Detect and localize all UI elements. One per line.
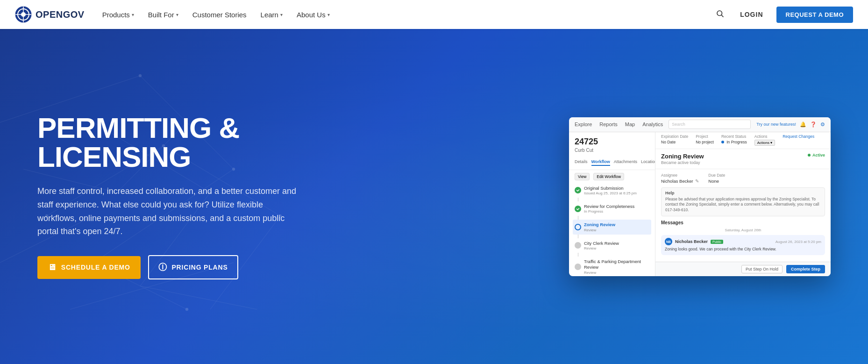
- pricing-plans-button[interactable]: ⓘ PRICING PLANS: [148, 255, 238, 279]
- app-left-panel: 24725 Curb Cut Details Workflow Attachme…: [569, 132, 655, 276]
- app-search-box[interactable]: Search: [669, 120, 751, 129]
- nav-built-for[interactable]: Built For ▾: [142, 7, 185, 22]
- permit-tabs: Details Workflow Attachments Location: [569, 157, 655, 170]
- edit-icon[interactable]: ✎: [695, 178, 699, 184]
- logo-link[interactable]: OPENGOV: [15, 6, 85, 23]
- check-icon: [576, 188, 580, 192]
- schedule-demo-button[interactable]: 🖥 SCHEDULE A DEMO: [37, 256, 141, 279]
- message-text: Zoning looks good. We can proceed with t…: [665, 247, 821, 252]
- message-bubble: NB Nicholas Becker Public August 26, 202…: [661, 235, 825, 255]
- info-col-actions: Actions Actions ▾: [754, 134, 775, 146]
- check-icon: [576, 207, 580, 211]
- tab-workflow[interactable]: Workflow: [591, 158, 610, 166]
- navbar: OPENGOV Products ▾ Built For ▾ Customer …: [0, 0, 868, 29]
- wf-status-active: [575, 224, 581, 230]
- message-header: NB Nicholas Becker Public August 26, 202…: [665, 238, 821, 245]
- app-tab-reports[interactable]: Reports: [599, 121, 618, 127]
- status-dot: [721, 141, 724, 143]
- permit-id: 24725: [569, 137, 655, 148]
- field-due-date: Due Date None: [708, 173, 725, 184]
- app-tab-analytics[interactable]: Analytics: [642, 121, 663, 127]
- wf-connector: [578, 235, 578, 238]
- help-icon: ❓: [810, 121, 817, 128]
- svg-point-21: [139, 74, 142, 77]
- svg-point-28: [185, 308, 188, 311]
- active-dot: [808, 154, 811, 157]
- wf-item-traffic-parking[interactable]: Traffic & Parking Department Review Revi…: [573, 257, 651, 276]
- logo-text: OPENGOV: [36, 9, 85, 20]
- hero-content: PERMITTING &LICENSING More staff control…: [37, 114, 299, 279]
- wf-item-review-completeness[interactable]: Review for Completeness In Progress: [573, 201, 651, 216]
- wf-status-green: [575, 206, 581, 212]
- hero-section: PERMITTING &LICENSING More staff control…: [0, 29, 868, 364]
- nav-learn[interactable]: Learn ▾: [254, 7, 289, 22]
- wf-item-original-submission[interactable]: Original Submission Issued Aug 25, 2023 …: [573, 183, 651, 198]
- complete-step-button[interactable]: Complete Step: [786, 265, 825, 273]
- bell-icon: 🔔: [800, 121, 806, 128]
- zoning-review-title-block: Zoning Review Became active today: [661, 153, 704, 165]
- wf-status-green: [575, 187, 581, 193]
- wf-label-text: City Clerk Review Review: [584, 241, 619, 250]
- nav-links: Products ▾ Built For ▾ Customer Stories …: [96, 7, 713, 22]
- wf-label-text: Review for Completeness In Progress: [584, 204, 634, 214]
- nav-right: LOGIN REQUEST A DEMO: [713, 7, 853, 23]
- zoning-review-title: Zoning Review: [661, 153, 704, 160]
- actions-dropdown[interactable]: Actions ▾: [754, 140, 775, 146]
- tab-details[interactable]: Details: [575, 158, 588, 166]
- workflow-header: View Edit Workflow: [569, 170, 655, 183]
- wf-status-grey: [575, 242, 581, 249]
- help-box: Help Please be advised that your applica…: [661, 187, 825, 217]
- search-placeholder: Search: [672, 122, 685, 127]
- app-topbar: Explore Reports Map Analytics Search Try…: [569, 117, 831, 132]
- wf-item-zoning-review[interactable]: Zoning Review Review: [573, 220, 651, 234]
- svg-line-20: [140, 286, 257, 309]
- nav-about-us[interactable]: About Us ▾: [290, 7, 336, 22]
- tab-attachments[interactable]: Attachments: [614, 158, 637, 166]
- wf-item-city-clerk[interactable]: City Clerk Review Review: [573, 238, 651, 253]
- app-nav-tabs: Explore Reports Map Analytics: [575, 121, 663, 127]
- info-col-status: Recent Status In Progress: [721, 134, 747, 146]
- tab-location[interactable]: Location: [641, 158, 655, 166]
- message-author: Nicholas Becker: [675, 239, 708, 244]
- nav-products[interactable]: Products ▾: [96, 7, 141, 22]
- login-button[interactable]: LOGIN: [734, 7, 768, 22]
- request-changes-button[interactable]: Request Changes: [783, 134, 814, 139]
- opengov-logo-icon: [15, 6, 32, 23]
- svg-point-5: [717, 11, 722, 16]
- view-button[interactable]: View: [575, 173, 590, 180]
- active-status-badge: Active: [808, 153, 825, 157]
- messages-title: Messages: [661, 220, 825, 225]
- edit-workflow-button[interactable]: Edit Workflow: [593, 173, 624, 180]
- nav-learn-label: Learn: [261, 11, 278, 19]
- app-body: 24725 Curb Cut Details Workflow Attachme…: [569, 132, 831, 276]
- app-right-header: Zoning Review Became active today Active: [655, 149, 831, 169]
- chevron-down-icon: ▾: [132, 12, 134, 17]
- message-public-badge: Public: [711, 240, 723, 244]
- nav-customer-stories[interactable]: Customer Stories: [186, 7, 253, 22]
- chevron-down-icon: ▾: [327, 12, 330, 17]
- app-topbar-right: Try our new features! 🔔 ❓ ⚙: [756, 121, 825, 128]
- wf-connector: [578, 253, 578, 257]
- wf-connector: [578, 216, 578, 220]
- field-row-assignee: Assignee Nicholas Becker ✎ Due Date None: [661, 173, 825, 184]
- wf-label-text: Original Submission Issued Aug 25, 2023 …: [584, 186, 637, 195]
- hero-description: More staff control, increased collaborat…: [37, 185, 299, 238]
- app-tab-map[interactable]: Map: [625, 121, 635, 127]
- wf-status-grey: [575, 264, 581, 270]
- hero-screenshot: Explore Reports Map Analytics Search Try…: [327, 117, 831, 276]
- nav-built-for-label: Built For: [148, 11, 174, 19]
- wf-connector: [578, 198, 578, 201]
- nav-products-label: Products: [102, 11, 130, 19]
- permit-sub: Curb Cut: [569, 148, 655, 157]
- request-demo-button[interactable]: REQUEST A DEMO: [776, 7, 854, 23]
- chevron-down-icon: ▾: [280, 12, 283, 17]
- put-on-hold-button[interactable]: Put Step On Hold: [741, 265, 783, 273]
- app-right-panel: Expiration Date No Date Project No proje…: [655, 132, 831, 276]
- search-button[interactable]: [713, 7, 727, 23]
- nav-about-us-label: About Us: [297, 11, 326, 19]
- chevron-down-icon: ▾: [176, 12, 178, 17]
- hero-buttons: 🖥 SCHEDULE A DEMO ⓘ PRICING PLANS: [37, 255, 299, 279]
- info-icon: ⓘ: [158, 262, 167, 273]
- search-icon: [716, 9, 724, 18]
- app-tab-explore[interactable]: Explore: [575, 121, 592, 127]
